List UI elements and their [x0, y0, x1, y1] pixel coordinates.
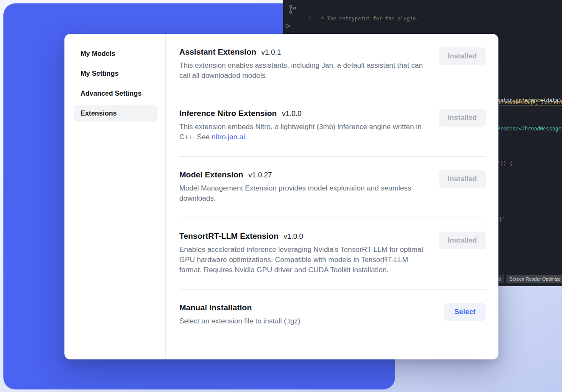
extension-description: This extension embeds Nitro, a lightweig…: [179, 122, 424, 142]
select-file-button[interactable]: Select: [444, 303, 486, 321]
git-branch-icon: [288, 4, 297, 14]
code-comment: * The entrypoint for the plugin.: [318, 15, 419, 22]
screen: ▷ 2 * The entrypoint for the plugin. 3 *…: [0, 0, 562, 392]
extension-description: Model Management Extension provides mode…: [179, 183, 424, 204]
extension-version: v1.0.1: [262, 48, 281, 56]
extensions-list: Assistant Extensionv1.0.1 This extension…: [166, 34, 498, 359]
extension-version: v1.0.27: [248, 171, 272, 179]
manual-installation-title: Manual Installation: [179, 303, 252, 312]
installed-button[interactable]: Installed: [439, 170, 486, 188]
extension-row-model: Model Extensionv1.0.27 Model Management …: [179, 157, 486, 218]
extension-row-nitro: Inference Nitro Extensionv1.0.0 This ext…: [179, 95, 486, 157]
manual-installation-row: Manual Installation Select an extension …: [179, 290, 486, 337]
extension-title: Inference Nitro Extension: [179, 109, 277, 118]
extension-title: TensortRT-LLM Extension: [179, 232, 278, 240]
extension-version: v1.0.0: [284, 232, 303, 240]
sidebar-item-extensions[interactable]: Extensions: [74, 105, 158, 121]
extension-row-assistant: Assistant Extensionv1.0.1 This extension…: [179, 38, 486, 95]
installed-button[interactable]: Installed: [439, 109, 486, 127]
editor-status-bar: go Screen Reader Optimize: [493, 275, 562, 283]
extension-version: v1.0.0: [282, 110, 301, 118]
code-line: 2 * The entrypoint for the plugin.: [302, 15, 562, 22]
screen-reader-chip: Screen Reader Optimize: [506, 275, 562, 283]
sidebar-item-my-models[interactable]: My Models: [74, 46, 158, 62]
code-fragment: rator.inference(data));: [497, 97, 562, 103]
sidebar-item-advanced-settings[interactable]: Advanced Settings: [74, 86, 158, 102]
extension-description: This extension enables assistants, inclu…: [179, 61, 424, 81]
code-fragment: ')) {: [497, 160, 512, 166]
extension-description: Enables accelerated inference leveraging…: [179, 245, 424, 275]
extension-title: Model Extension: [179, 170, 243, 179]
line-number: 2: [302, 15, 311, 22]
run-chevron-icon: ▷: [286, 21, 290, 29]
settings-sidebar: My Models My Settings Advanced Settings …: [64, 34, 166, 359]
sidebar-item-my-settings[interactable]: My Settings: [74, 66, 158, 82]
settings-card: My Models My Settings Advanced Settings …: [64, 34, 498, 359]
installed-button[interactable]: Installed: [439, 47, 486, 65]
installed-button[interactable]: Installed: [439, 232, 486, 249]
nitro-jan-ai-link[interactable]: nitro.jan.ai.: [212, 133, 247, 141]
extension-title: Assistant Extension: [179, 47, 256, 56]
manual-installation-description: Select an extension file to install (.tg…: [179, 316, 300, 326]
code-fragment: Promise<ThreadMessage>: [497, 126, 562, 132]
extension-row-tensorrt: TensortRT-LLM Extensionv1.0.0 Enables ac…: [179, 218, 486, 290]
